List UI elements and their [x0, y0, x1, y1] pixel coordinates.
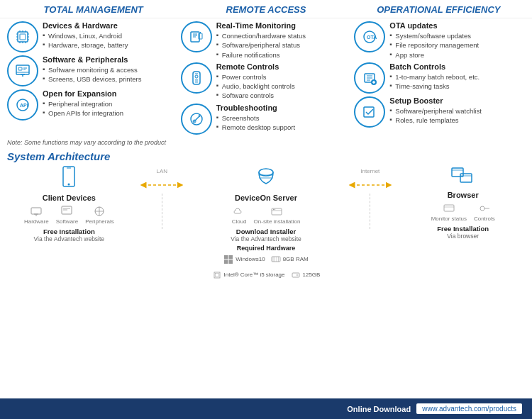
feature-remote-controls-text: Remote Controls Power controls Audio, ba… [216, 62, 295, 101]
hw-cpu-label: Intel® Core™ i5 storage [224, 272, 285, 278]
feature-item-bullet: Software controls [216, 91, 295, 100]
features-grid: Devices & Hardware Windows, Linux, Andro… [0, 18, 532, 138]
client-hardware-label: Hardware [24, 218, 49, 225]
booster-icon [354, 96, 385, 128]
feature-item-bullet: File repository management [389, 40, 479, 50]
footer-url: www.advantech.com/products [416, 403, 522, 414]
feature-troubleshooting-text: Troubleshooting Screenshots Remote deskt… [216, 104, 296, 133]
svg-rect-83 [460, 174, 472, 182]
batch-icon [354, 62, 385, 94]
hw-storage-label: 125GB [303, 272, 321, 278]
header-title3: Operational Efficiency [353, 4, 525, 15]
features-col2: Real-Time Monitoring Connection/hardware… [181, 21, 352, 135]
feature-setup-booster-text: Setup Booster Software/peripheral watchl… [389, 96, 481, 125]
browser-block: Browser Monitor status Controls [404, 165, 522, 240]
hardware-icon [30, 205, 43, 218]
svg-point-79 [297, 274, 298, 276]
peripherals-icon [93, 205, 106, 218]
svg-text:OTA: OTA [367, 35, 377, 40]
hw-windows: Windows10 [223, 255, 265, 264]
software-sm-icon [60, 205, 73, 218]
client-software-label: Software [56, 218, 79, 225]
svg-rect-53 [62, 206, 72, 214]
features-col3: OTA OTA updates System/software updates … [354, 21, 525, 135]
hw-requirements: Windows10 8GB RAM [199, 255, 333, 280]
client-hardware-icon-item: Hardware [24, 205, 49, 225]
header-title1: Total Management [7, 4, 179, 15]
svg-rect-67 [224, 255, 228, 259]
footer: Online Download www.advantech.com/produc… [0, 398, 532, 419]
browser-install-label: Free Installation [437, 225, 489, 233]
svg-rect-68 [229, 255, 233, 259]
feature-item-bullet: Hardware, storage, battery [43, 40, 128, 50]
browser-icon [450, 165, 476, 189]
lan-connector: LAN [128, 165, 196, 229]
internet-arrow [349, 179, 392, 191]
svg-text:API: API [20, 103, 28, 108]
feature-realtime-monitoring-title: Real-Time Monitoring [216, 21, 306, 30]
feature-item-bullet: Screenshots [216, 113, 296, 123]
browser-main-label: Browser [448, 191, 479, 199]
monitor-icon [181, 21, 212, 52]
controls-icon [478, 202, 491, 215]
cloud-icon [233, 205, 245, 218]
ram-icon [271, 255, 281, 264]
browser-icons-row: Monitor status Controls [431, 202, 495, 222]
feature-remote-controls: Remote Controls Power controls Audio, ba… [181, 62, 352, 101]
feature-batch-controls-title: Batch Controls [389, 62, 480, 71]
software-icon [7, 55, 38, 86]
feature-devices-hardware-title: Devices & Hardware [43, 21, 128, 30]
svg-point-87 [480, 206, 484, 211]
server-cloud-label: Cloud [232, 218, 247, 225]
client-device-icon [58, 165, 79, 192]
feature-batch-controls: Batch Controls 1-to-many batch reboot, e… [354, 62, 525, 94]
storage-icon [291, 270, 301, 280]
feature-item-bullet: Time-saving tasks [389, 82, 480, 91]
feature-item-bullet: Peripheral integration [43, 99, 123, 108]
onsite-icon [270, 205, 283, 218]
feature-remote-controls-title: Remote Controls [216, 62, 295, 71]
client-peripherals-icon-item: Peripherals [85, 205, 113, 225]
hw-windows-label: Windows10 [235, 256, 265, 262]
hw-storage: 125GB [291, 270, 321, 280]
server-cloud-icon-item: Cloud [232, 205, 247, 225]
internet-connector: Internet [336, 165, 404, 229]
feature-item-bullet: 1-to-many batch reboot, etc. [389, 72, 480, 82]
ota-icon: OTA [354, 21, 385, 52]
feature-item-bullet: Failure notifications [216, 50, 306, 60]
svg-rect-69 [224, 259, 228, 264]
feature-item-bullet: Remote desktop support [216, 123, 296, 132]
server-block: DeviceOn Server Cloud On-site install [196, 165, 336, 280]
feature-item-bullet: Connection/hardware status [216, 31, 306, 40]
feature-software-peripherals: Software & Peripherals Software monitori… [7, 55, 178, 86]
hw-req-label: Required Hardware [237, 245, 296, 252]
svg-rect-77 [215, 273, 218, 276]
footer-label: Online Download [347, 405, 411, 413]
svg-rect-81 [452, 168, 463, 177]
client-software-icon-item: Software [56, 205, 79, 225]
svg-rect-18 [18, 67, 22, 70]
client-devices-block: Client Devices Hardware [10, 165, 128, 242]
feature-open-expansion-title: Open for Expansion [43, 89, 123, 98]
features-col1: Devices & Hardware Windows, Linux, Andro… [7, 21, 178, 135]
arch-title: System Architecture [7, 150, 525, 162]
api-icon: API [7, 89, 38, 121]
feature-troubleshooting-title: Troubleshooting [216, 104, 296, 112]
svg-rect-78 [292, 273, 299, 277]
browser-install-sub: Via browser [447, 233, 479, 240]
feature-software-peripherals-title: Software & Peripherals [43, 55, 141, 64]
feature-batch-controls-text: Batch Controls 1-to-many batch reboot, e… [389, 62, 480, 91]
browser-monitor-label: Monitor status [431, 216, 467, 222]
windows-icon [223, 255, 233, 264]
header-col1: Total Management [7, 4, 179, 15]
feature-setup-booster-title: Setup Booster [389, 96, 481, 105]
feature-item-bullet: Open APIs for integration [43, 108, 123, 118]
hw-ram-label: 8GB RAM [283, 256, 309, 262]
header-col2: Remote Access [179, 4, 352, 15]
feature-item-bullet: Audio, backlight controls [216, 82, 295, 91]
wrench-icon [181, 104, 212, 135]
cpu-sm-icon [212, 270, 222, 280]
lan-arrow [140, 179, 183, 191]
feature-devices-hardware-text: Devices & Hardware Windows, Linux, Andro… [43, 21, 128, 50]
svg-rect-46 [364, 107, 374, 117]
